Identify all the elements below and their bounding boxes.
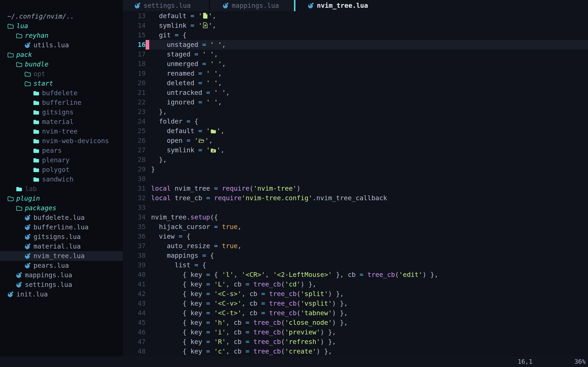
code-line-39[interactable]: 39 list = { — [123, 260, 588, 270]
code-line-body: view = { — [146, 232, 588, 241]
code-line-24[interactable]: 24 folder = { — [123, 117, 588, 126]
code-line-43[interactable]: 43 { key = '<C-v>', cb = tree_cb('vsplit… — [123, 299, 588, 308]
tree-item-label: start — [34, 79, 53, 88]
code-line-13[interactable]: 13 default = '', — [123, 11, 588, 21]
tree-item-nvim-web-devicons[interactable]: nvim-web-devicons — [0, 136, 123, 146]
tree-item-reyhan[interactable]: reyhan — [0, 31, 123, 40]
code-line-body: hijack_cursor = true, — [146, 222, 588, 232]
tree-item-bundle[interactable]: bundle — [0, 59, 123, 69]
tree-item-plugin[interactable]: plugin — [0, 194, 123, 203]
tree-item-utils-lua[interactable]: utils.lua — [0, 40, 123, 50]
code-line-30[interactable]: 30 — [123, 174, 588, 184]
tree-item-bufferline[interactable]: bufferline — [0, 98, 123, 108]
code-text: staged = ' ', — [149, 50, 218, 59]
tree-item-sandwich[interactable]: sandwich — [0, 175, 123, 184]
tab-settings[interactable]: settings.lua — [123, 0, 209, 11]
code-line-14[interactable]: 14 symlink = '', — [123, 21, 588, 30]
code-line-47[interactable]: 47 { key = 'R', cb = tree_cb('refresh') … — [123, 337, 588, 347]
code-line-35[interactable]: 35 hijack_cursor = true, — [123, 222, 588, 232]
line-number: 16 — [123, 40, 146, 50]
line-number: 33 — [123, 203, 146, 212]
tree-item-nvim-tree-lua[interactable]: nvim_tree.lua — [0, 251, 123, 261]
tree-item-label: nvim_tree.lua — [34, 251, 85, 261]
code-line-18[interactable]: 18 unmerged = ' ', — [123, 59, 588, 69]
line-number: 20 — [123, 78, 146, 88]
tree-item-bufdelete[interactable]: bufdelete — [0, 88, 123, 98]
line-number: 32 — [123, 193, 146, 203]
code-line-body: { key = '<C-v>', cb = tree_cb('vsplit') … — [146, 299, 588, 308]
sign-column — [146, 308, 149, 318]
tree-item-init-lua[interactable]: init.lua — [0, 290, 123, 299]
tree-item-plenary[interactable]: plenary — [0, 155, 123, 165]
code-line-19[interactable]: 19 renamed = ' ', — [123, 69, 588, 78]
code-text — [149, 174, 151, 184]
tree-item-bufferline-lua[interactable]: bufferline.lua — [0, 222, 123, 232]
code-line-44[interactable]: 44 { key = '<C-t>', cb = tree_cb('tabnew… — [123, 308, 588, 318]
code-line-20[interactable]: 20 deleted = ' ', — [123, 78, 588, 88]
code-line-23[interactable]: 23 }, — [123, 107, 588, 117]
tree-item-lab[interactable]: lab — [0, 184, 123, 194]
code-line-34[interactable]: 34nvim_tree.setup({ — [123, 212, 588, 222]
tree-item-label: bundle — [25, 59, 49, 69]
tree-item-packages[interactable]: packages — [0, 203, 123, 213]
code-line-31[interactable]: 31local nvim_tree = require('nvim-tree') — [123, 184, 588, 193]
tree-item-polygot[interactable]: polygot — [0, 165, 123, 175]
line-number: 30 — [123, 174, 146, 184]
tree-item-nvim-tree[interactable]: nvim-tree — [0, 127, 123, 136]
code-line-27[interactable]: 27 symlink = '', — [123, 145, 588, 155]
tree-root-path[interactable]: ~/.config/nvim/.. — [0, 12, 123, 21]
tree-item-start[interactable]: start — [0, 79, 123, 88]
code-line-body: }, — [146, 107, 588, 117]
code-line-48[interactable]: 48 { key = 'c', cb = tree_cb('create') }… — [123, 347, 588, 356]
tree-item-bufdelete-lua[interactable]: bufdelete.lua — [0, 213, 123, 222]
sign-column — [146, 193, 149, 203]
tree-item-material[interactable]: material — [0, 117, 123, 127]
code-line-38[interactable]: 38 mappings = { — [123, 251, 588, 260]
code-line-16[interactable]: 16 unstaged = ' ', — [123, 40, 588, 50]
tree-item-pears-lua[interactable]: pears.lua — [0, 261, 123, 270]
tree-item-gitsigns[interactable]: gitsigns — [0, 108, 123, 117]
file-tree-panel: ~/.config/nvim/..luareyhanutils.luapackb… — [0, 0, 123, 356]
tree-item-material-lua[interactable]: material.lua — [0, 242, 123, 251]
code-line-25[interactable]: 25 default = '', — [123, 126, 588, 136]
folder-icon — [210, 129, 216, 134]
tree-item-lua[interactable]: lua — [0, 21, 123, 31]
sign-column — [146, 260, 149, 270]
code-line-32[interactable]: 32local tree_cb = require'nvim-tree.conf… — [123, 193, 588, 203]
code-line-body: unstaged = ' ', — [146, 40, 588, 50]
tree-item-settings-lua[interactable]: settings.lua — [0, 280, 123, 290]
code-line-21[interactable]: 21 untracked = ' ', — [123, 88, 588, 98]
line-number: 22 — [123, 98, 146, 107]
code-line-17[interactable]: 17 staged = ' ', — [123, 50, 588, 59]
tree-item-gitsigns-lua[interactable]: gitsigns.lua — [0, 232, 123, 242]
tree-item-label: gitsigns.lua — [34, 232, 81, 242]
code-line-body: staged = ' ', — [146, 50, 588, 59]
code-line-29[interactable]: 29} — [123, 165, 588, 174]
file-icon — [203, 12, 208, 19]
code-line-33[interactable]: 33 — [123, 203, 588, 212]
code-line-28[interactable]: 28 }, — [123, 155, 588, 165]
sign-column — [146, 69, 149, 78]
tree-item-label: sandwich — [42, 175, 73, 184]
tree-item-label: bufferline.lua — [34, 222, 89, 232]
code-line-37[interactable]: 37 auto_resize = true, — [123, 241, 588, 251]
code-line-40[interactable]: 40 { key = { 'l', '<CR>', '<2-LeftMouse>… — [123, 270, 588, 280]
code-line-36[interactable]: 36 view = { — [123, 232, 588, 241]
code-text: local nvim_tree = require('nvim-tree') — [149, 184, 301, 193]
code-line-15[interactable]: 15 git = { — [123, 30, 588, 40]
tree-item-pears[interactable]: pears — [0, 146, 123, 155]
code-line-46[interactable]: 46 { key = 'i', cb = tree_cb('preview') … — [123, 327, 588, 337]
tab-mappings[interactable]: mappings.lua — [210, 0, 294, 11]
code-line-41[interactable]: 41 { key = 'L', cb = tree_cb('cd') }, — [123, 280, 588, 289]
code-editor[interactable]: 13 default = '',14 symlink = '',15 git =… — [123, 11, 588, 356]
code-line-22[interactable]: 22 ignored = ' ', — [123, 98, 588, 107]
code-line-42[interactable]: 42 { key = '<C-s>', cb = tree_cb('split'… — [123, 289, 588, 299]
folder-open-outline-icon — [7, 52, 16, 58]
code-line-26[interactable]: 26 open = '', — [123, 136, 588, 145]
tree-item-opt[interactable]: opt — [0, 69, 123, 79]
code-text: { key = '<C-t>', cb = tree_cb('tabnew') … — [149, 308, 348, 318]
tab-nvim-tree[interactable]: nvim_tree.lua — [295, 0, 386, 11]
tree-item-pack[interactable]: pack — [0, 50, 123, 59]
tree-item-mappings-lua[interactable]: mappings.lua — [0, 270, 123, 280]
code-line-45[interactable]: 45 { key = 'h', cb = tree_cb('close_node… — [123, 318, 588, 327]
